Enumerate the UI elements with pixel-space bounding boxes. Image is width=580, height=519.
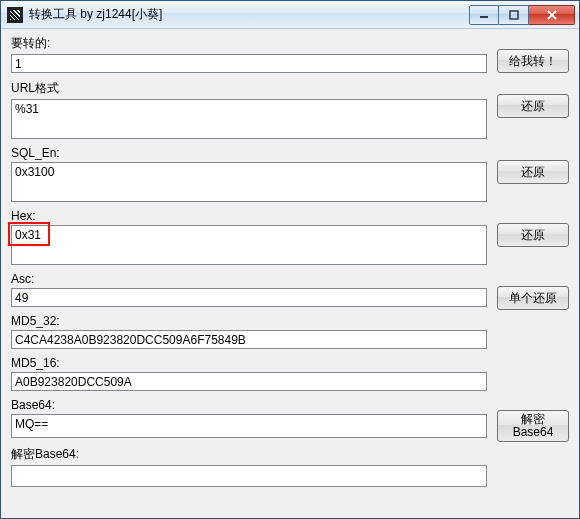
app-window: 转换工具 by zj1244[小葵] 要转的: 给我转！ [0, 0, 580, 519]
url-restore-button[interactable]: 还原 [497, 94, 569, 118]
hex-restore-button[interactable]: 还原 [497, 223, 569, 247]
asc-label: Asc: [11, 272, 487, 286]
asc-single-restore-button[interactable]: 单个还原 [497, 286, 569, 310]
decoded-base64-label: 解密Base64: [11, 446, 487, 463]
hex-field[interactable] [11, 225, 487, 265]
md5-16-field[interactable] [11, 372, 487, 391]
md5-16-label: MD5_16: [11, 356, 487, 370]
url-field[interactable] [11, 99, 487, 139]
decoded-base64-field[interactable] [11, 465, 487, 487]
titlebar[interactable]: 转换工具 by zj1244[小葵] [1, 1, 579, 29]
close-icon [546, 10, 558, 20]
sqlen-restore-button[interactable]: 还原 [497, 160, 569, 184]
convert-button[interactable]: 给我转！ [497, 49, 569, 73]
input-label: 要转的: [11, 35, 487, 52]
sqlen-label: SQL_En: [11, 146, 487, 160]
base64-label: Base64: [11, 398, 487, 412]
maximize-button[interactable] [499, 5, 529, 25]
client-area: 要转的: 给我转！ URL格式 还原 SQL_En: 还原 [1, 29, 579, 518]
minimize-button[interactable] [469, 5, 499, 25]
svg-rect-0 [480, 16, 488, 18]
md5-32-label: MD5_32: [11, 314, 487, 328]
asc-field[interactable] [11, 288, 487, 307]
minimize-icon [479, 10, 489, 20]
sqlen-field[interactable] [11, 162, 487, 202]
window-title: 转换工具 by zj1244[小葵] [29, 6, 162, 23]
hex-label: Hex: [11, 209, 487, 223]
decrypt-base64-button[interactable]: 解密 Base64 [497, 410, 569, 442]
base64-field[interactable] [11, 414, 487, 438]
maximize-icon [509, 10, 519, 20]
input-field[interactable] [11, 54, 487, 73]
svg-rect-1 [510, 11, 518, 19]
md5-32-field[interactable] [11, 330, 487, 349]
close-button[interactable] [529, 5, 575, 25]
url-label: URL格式 [11, 80, 487, 97]
app-icon [7, 7, 23, 23]
